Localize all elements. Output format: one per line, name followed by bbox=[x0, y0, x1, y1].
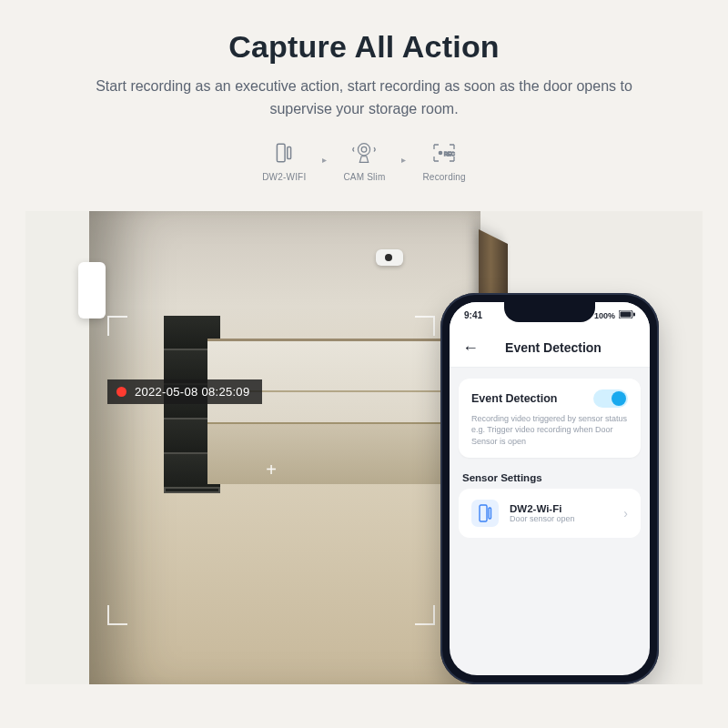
flow-node-camera: CAM Slim bbox=[343, 137, 385, 182]
svg-rect-10 bbox=[489, 508, 491, 519]
sensor-settings-row[interactable]: DW2-Wi-Fi Door sensor open › bbox=[459, 489, 641, 538]
app-nav-bar: ← Event Detection bbox=[450, 329, 650, 368]
camera-icon bbox=[349, 137, 379, 168]
recording-icon: REC bbox=[429, 137, 460, 168]
svg-rect-7 bbox=[621, 312, 632, 318]
svg-point-3 bbox=[362, 147, 368, 152]
status-time: 9:41 bbox=[464, 310, 482, 320]
workflow-row: DW2-WIFI ▸ CAM Slim ▸ REC bbox=[82, 137, 646, 182]
product-scene: + 2022-05-08 08:25:09 9:41 100% bbox=[25, 211, 703, 684]
svg-rect-8 bbox=[633, 313, 635, 317]
door-sensor-icon bbox=[268, 137, 299, 168]
sensor-settings-label: Sensor Settings bbox=[462, 472, 637, 483]
svg-rect-1 bbox=[288, 147, 291, 158]
flow-node-sensor: DW2-WIFI bbox=[262, 137, 306, 182]
door-sensor-device bbox=[78, 262, 106, 318]
page-subtitle: Start recording as an executive action, … bbox=[82, 76, 646, 121]
chevron-right-icon: › bbox=[623, 506, 628, 521]
card-title: Event Detection bbox=[471, 392, 557, 405]
arrow-icon: ▸ bbox=[322, 155, 327, 165]
battery-icon bbox=[619, 310, 635, 320]
ceiling-camera-icon bbox=[376, 249, 403, 266]
battery-label: 100% bbox=[594, 311, 615, 320]
svg-rect-0 bbox=[278, 144, 286, 162]
event-detection-toggle[interactable] bbox=[593, 389, 628, 408]
flow-label: CAM Slim bbox=[343, 172, 385, 182]
svg-point-4 bbox=[439, 150, 443, 155]
sensor-name: DW2-Wi-Fi bbox=[510, 503, 612, 514]
app-nav-title: Event Detection bbox=[470, 340, 637, 355]
recording-indicator: 2022-05-08 08:25:09 bbox=[107, 379, 262, 404]
card-description: Recording video triggered by sensor stat… bbox=[471, 413, 628, 448]
recording-timestamp: 2022-05-08 08:25:09 bbox=[135, 385, 249, 399]
page-title: Capture All Action bbox=[82, 29, 646, 65]
record-dot-icon bbox=[116, 387, 126, 397]
event-detection-card: Event Detection Recording video triggere… bbox=[459, 379, 641, 459]
flow-label: DW2-WIFI bbox=[262, 172, 306, 182]
flow-label: Recording bbox=[422, 172, 465, 182]
svg-text:REC: REC bbox=[444, 150, 455, 156]
arrow-icon: ▸ bbox=[401, 155, 406, 165]
phone-mockup: 9:41 100% ← Event Detection bbox=[440, 293, 659, 684]
svg-rect-9 bbox=[480, 505, 487, 521]
sensor-subtitle: Door sensor open bbox=[510, 514, 612, 523]
door-sensor-row-icon bbox=[471, 500, 499, 527]
flow-node-recording: REC Recording bbox=[422, 137, 465, 182]
svg-point-2 bbox=[359, 143, 370, 155]
